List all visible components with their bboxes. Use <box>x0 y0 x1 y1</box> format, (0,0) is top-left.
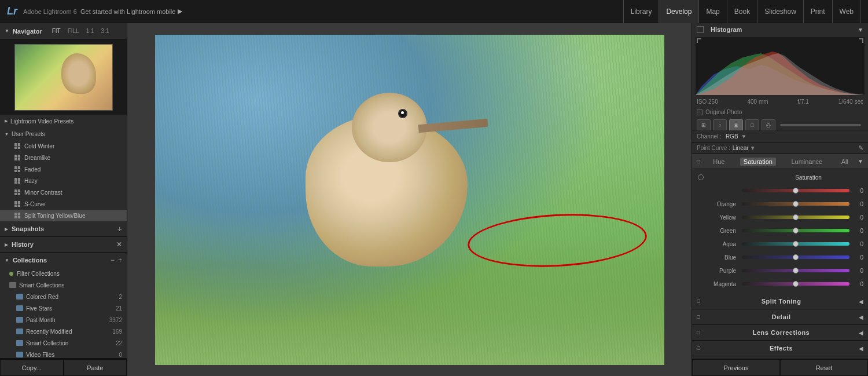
smart-collection-icon <box>16 352 23 357</box>
histogram-arrow-icon[interactable]: ▼ <box>858 27 863 33</box>
view-btn-rect[interactable]: □ <box>745 119 759 131</box>
saturation-target-icon[interactable] <box>697 173 705 181</box>
preset-faded[interactable]: Faded <box>0 163 127 175</box>
colored-red-label: Colored Red <box>26 294 116 300</box>
collections-header[interactable]: ▼ Collections − + <box>0 253 127 268</box>
paste-button[interactable]: Paste <box>64 359 127 376</box>
previous-button[interactable]: Previous <box>692 359 780 376</box>
preset-hazy[interactable]: Hazy <box>0 175 127 187</box>
split-toning-header[interactable]: Split Toning ◀ <box>692 294 868 309</box>
preset-dreamlike[interactable]: Dreamlike <box>0 152 127 163</box>
smart-collection-icon <box>16 294 23 300</box>
zoom-1-1-btn[interactable]: 1:1 <box>84 27 96 35</box>
hsl-blue-thumb <box>793 254 799 260</box>
preset-cold-winter[interactable]: Cold Winter <box>0 140 127 152</box>
hsl-tab-luminance[interactable]: Luminance <box>788 158 826 166</box>
nav-library[interactable]: Library <box>623 0 660 23</box>
hsl-header[interactable]: Hue Saturation Luminance All ▼ <box>692 154 868 169</box>
preset-group-video[interactable]: ▶ Lightroom Video Presets <box>0 115 127 127</box>
main-nav: Library Develop Map Book Slideshow Print… <box>623 0 861 23</box>
zoom-fit-btn[interactable]: FIT <box>50 27 62 35</box>
hsl-tab-hue[interactable]: Hue <box>709 158 728 166</box>
preset-group-user[interactable]: ▼ User Presets <box>0 127 127 140</box>
nav-slideshow[interactable]: Slideshow <box>757 0 804 23</box>
nav-web[interactable]: Web <box>833 0 861 23</box>
hsl-blue-row: Blue 0 <box>697 251 863 263</box>
channel-dropdown-icon[interactable]: ▼ <box>741 133 747 140</box>
bird-body <box>271 81 514 301</box>
preset-cold-winter-label: Cold Winter <box>24 143 54 149</box>
smart-collection-icon <box>16 328 23 334</box>
point-curve-dropdown-icon[interactable]: ▼ <box>750 145 756 151</box>
lens-arrow-icon: ◀ <box>859 330 863 336</box>
hsl-blue-slider[interactable] <box>742 255 849 259</box>
histogram-svg <box>696 37 865 95</box>
navigator-preview[interactable] <box>0 39 127 115</box>
smart-collection-count: 22 <box>116 340 122 346</box>
hsl-purple-row: Purple 0 <box>697 265 863 276</box>
photo-container[interactable] <box>155 35 664 365</box>
smart-collections-group[interactable]: Smart Collections <box>0 279 127 291</box>
channel-value[interactable]: RGB <box>726 133 738 140</box>
copy-button[interactable]: Copy... <box>0 359 64 376</box>
original-photo-checkbox[interactable] <box>697 109 703 115</box>
preset-minor-contrast[interactable]: Minor Contrast <box>0 187 127 198</box>
hsl-green-slider[interactable] <box>742 229 849 232</box>
snapshots-add-button[interactable]: + <box>117 224 122 233</box>
nav-map[interactable]: Map <box>699 0 727 23</box>
effects-header[interactable]: Effects ◀ <box>692 341 868 356</box>
past-month-item[interactable]: Past Month 3372 <box>0 314 127 326</box>
lens-corrections-header[interactable]: Lens Corrections ◀ <box>692 325 868 340</box>
hsl-orange-slider[interactable] <box>742 202 849 206</box>
collections-minus-btn[interactable]: − <box>111 256 115 264</box>
detail-header[interactable]: Detail ◀ <box>692 309 868 324</box>
video-files-item[interactable]: Video Files 0 <box>0 349 127 358</box>
view-btn-grid[interactable]: ⊞ <box>697 119 711 131</box>
view-btn-radio[interactable]: ◉ <box>729 119 743 131</box>
zoom-3-1-btn[interactable]: 3:1 <box>100 27 111 35</box>
view-btn-compare[interactable]: ◎ <box>762 119 775 131</box>
curve-edit-icon[interactable]: ✎ <box>858 144 863 152</box>
history-close-icon[interactable]: ✕ <box>116 240 122 249</box>
collections-add-button[interactable]: + <box>118 256 122 264</box>
history-header[interactable]: ▶ History ✕ <box>0 237 127 252</box>
smart-collection-item[interactable]: Smart Collection 22 <box>0 337 127 349</box>
hsl-tab-all[interactable]: All <box>838 158 852 166</box>
blue-empty-icon <box>697 253 705 261</box>
reset-button[interactable]: Reset <box>780 359 868 376</box>
hsl-orange-row: Orange 0 <box>697 198 863 210</box>
zoom-fill-btn[interactable]: FILL <box>66 27 81 35</box>
hsl-red-slider[interactable] <box>742 189 849 192</box>
colored-red-item[interactable]: Colored Red 2 <box>0 291 127 302</box>
point-curve-value[interactable]: Linear <box>733 145 749 151</box>
histogram-aperture: f/7.1 <box>797 98 808 105</box>
preset-icon <box>14 200 21 207</box>
hsl-aqua-slider[interactable] <box>742 242 849 246</box>
view-btn-circle[interactable]: ○ <box>713 119 727 131</box>
hsl-purple-slider[interactable] <box>742 269 849 272</box>
preset-s-curve[interactable]: S-Curve <box>0 198 127 210</box>
video-files-count: 0 <box>119 352 122 358</box>
lens-corrections-section: Lens Corrections ◀ <box>692 325 868 341</box>
hsl-tab-saturation[interactable]: Saturation <box>740 158 776 166</box>
hsl-yellow-slider[interactable] <box>742 216 849 219</box>
five-stars-item[interactable]: Five Stars 21 <box>0 302 127 314</box>
filter-collections-item[interactable]: Filter Collections <box>0 268 127 279</box>
nav-develop[interactable]: Develop <box>659 0 699 23</box>
nav-book[interactable]: Book <box>727 0 757 23</box>
video-presets-triangle-icon: ▶ <box>5 119 8 123</box>
folder-icon <box>9 282 16 288</box>
navigator-header[interactable]: ▼ Navigator FIT FILL 1:1 3:1 <box>0 23 127 39</box>
hsl-green-label: Green <box>707 228 736 234</box>
snapshots-header[interactable]: ▶ Snapshots + <box>0 221 127 236</box>
get-started-link[interactable]: Get started with Lightroom mobile <box>80 8 175 15</box>
preset-split-toning[interactable]: Split Toning Yellow/Blue <box>0 210 127 221</box>
recently-modified-item[interactable]: Recently Modified 169 <box>0 326 127 337</box>
nav-print[interactable]: Print <box>804 0 833 23</box>
hsl-arrow-icon[interactable]: ▼ <box>858 158 863 165</box>
collections-triangle-icon: ▼ <box>5 258 9 263</box>
original-photo-label: Original Photo <box>705 109 742 115</box>
navigator-zoom-options: FIT FILL 1:1 3:1 <box>50 27 111 35</box>
view-slider[interactable] <box>780 124 861 126</box>
hsl-magenta-slider[interactable] <box>742 282 849 286</box>
